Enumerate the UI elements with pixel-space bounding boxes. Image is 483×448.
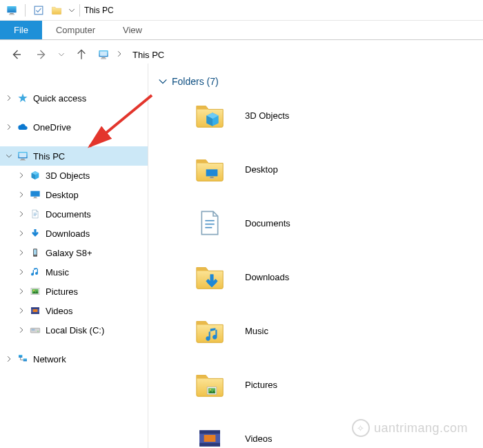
- section-header-folders[interactable]: Folders (7): [158, 76, 483, 87]
- ribbon-tab-file[interactable]: File: [0, 21, 42, 39]
- chevron-down-icon: [158, 77, 168, 86]
- drive-icon: [29, 324, 41, 336]
- tree-label: Quick access: [33, 93, 86, 104]
- chevron-right-icon[interactable]: [17, 190, 26, 199]
- desktop-icon: [29, 188, 41, 201]
- chevron-right-icon[interactable]: [4, 122, 14, 132]
- tree-item-this-pc[interactable]: This PC: [0, 146, 148, 166]
- navigation-tree: Quick access OneDrive This PC 3D Objects: [0, 64, 148, 448]
- nav-forward-button[interactable]: [32, 45, 51, 64]
- qat-btn-new-folder[interactable]: [49, 3, 64, 18]
- tree-item-videos[interactable]: Videos: [0, 301, 148, 320]
- ribbon-tab-computer[interactable]: Computer: [42, 21, 109, 39]
- chevron-down-icon[interactable]: [4, 151, 14, 161]
- folders-list: 3D Objects Desktop Documents: [158, 98, 483, 448]
- chevron-right-icon[interactable]: [17, 209, 26, 219]
- qat-btn-properties[interactable]: [31, 3, 46, 18]
- folder-documents[interactable]: Documents: [193, 206, 483, 240]
- tree-label: Videos: [46, 306, 73, 316]
- tree-label: Desktop: [46, 190, 79, 200]
- title-separator: [79, 4, 80, 17]
- chevron-right-icon[interactable]: [17, 171, 26, 180]
- qat-separator: [25, 4, 26, 17]
- tree-label: Pictures: [46, 286, 78, 297]
- breadcrumb-chevron-icon[interactable]: [116, 50, 126, 59]
- folder-icon: [193, 98, 227, 133]
- folder-icon: [193, 152, 227, 186]
- navigation-bar: This PC: [0, 40, 483, 64]
- tree-label: Music: [46, 267, 69, 277]
- chevron-right-icon[interactable]: [4, 93, 14, 103]
- network-icon: [17, 353, 29, 365]
- video-icon: [193, 421, 227, 448]
- chevron-right-icon[interactable]: [17, 286, 26, 296]
- chevron-right-icon[interactable]: [17, 228, 26, 238]
- quick-access-toolbar: [0, 3, 77, 18]
- body: Quick access OneDrive This PC 3D Objects: [0, 64, 483, 448]
- tree-label: Local Disk (C:): [46, 325, 104, 335]
- titlebar: This PC: [0, 0, 483, 21]
- tree-item-local-disk[interactable]: Local Disk (C:): [0, 320, 148, 340]
- chevron-right-icon[interactable]: [17, 267, 26, 277]
- tree-item-3d-objects[interactable]: 3D Objects: [0, 166, 148, 185]
- document-icon: [29, 208, 41, 220]
- watermark-icon: ✧: [352, 419, 370, 437]
- tree-label: Downloads: [46, 228, 90, 239]
- chevron-right-icon[interactable]: [4, 354, 14, 364]
- watermark-text: uantrimang.com: [374, 421, 468, 436]
- folder-label: Pictures: [245, 380, 277, 390]
- chevron-right-icon[interactable]: [17, 306, 26, 315]
- folder-desktop[interactable]: Desktop: [193, 152, 483, 186]
- qat-btn-pc-icon[interactable]: [4, 3, 19, 18]
- tree-item-music[interactable]: Music: [0, 262, 148, 282]
- nav-back-button[interactable]: [7, 45, 26, 64]
- download-icon: [29, 227, 41, 240]
- tree-item-galaxy[interactable]: Galaxy S8+: [0, 243, 148, 262]
- nav-up-button[interactable]: [72, 45, 91, 64]
- tree-label: OneDrive: [33, 122, 71, 133]
- tree-label: This PC: [33, 151, 65, 162]
- folder-label: Downloads: [245, 272, 289, 282]
- folder-downloads[interactable]: Downloads: [193, 260, 483, 294]
- phone-icon: [29, 246, 41, 259]
- cloud-icon: [17, 121, 29, 133]
- tree-item-onedrive[interactable]: OneDrive: [0, 117, 148, 137]
- breadcrumb-location[interactable]: This PC: [131, 50, 164, 60]
- section-title: Folders (7): [172, 76, 219, 87]
- folder-label: Videos: [245, 434, 273, 444]
- tree-item-documents[interactable]: Documents: [0, 204, 148, 224]
- tree-item-downloads[interactable]: Downloads: [0, 224, 148, 243]
- star-icon: [17, 92, 29, 104]
- picture-icon: [29, 285, 41, 298]
- folder-label: Documents: [245, 218, 290, 228]
- monitor-icon: [17, 150, 29, 162]
- folder-icon: [193, 260, 227, 294]
- folder-label: Music: [245, 326, 268, 336]
- folder-pictures[interactable]: Pictures: [193, 367, 483, 402]
- ribbon: File Computer View: [0, 21, 483, 40]
- window-title: This PC: [83, 6, 114, 15]
- folder-music[interactable]: Music: [193, 313, 483, 348]
- qat-dropdown[interactable]: [67, 3, 77, 18]
- tree-label: Network: [33, 354, 66, 364]
- chevron-right-icon[interactable]: [17, 248, 26, 257]
- main-pane: Folders (7) 3D Objects Desktop: [148, 64, 483, 448]
- chevron-right-icon[interactable]: [17, 325, 26, 335]
- tree-item-quick-access[interactable]: Quick access: [0, 88, 148, 108]
- watermark: ✧ uantrimang.com: [352, 419, 468, 437]
- ribbon-tab-view[interactable]: View: [109, 21, 156, 39]
- nav-recent-dropdown[interactable]: [57, 45, 66, 64]
- address-pc-icon[interactable]: [97, 49, 110, 60]
- document-icon: [193, 206, 227, 240]
- tree-item-pictures[interactable]: Pictures: [0, 282, 148, 301]
- folder-3d-objects[interactable]: 3D Objects: [193, 98, 483, 133]
- tree-item-network[interactable]: Network: [0, 349, 148, 369]
- folder-icon: [193, 313, 227, 348]
- music-icon: [29, 266, 41, 278]
- tree-label: Galaxy S8+: [46, 248, 92, 258]
- folder-label: 3D Objects: [245, 110, 289, 121]
- 3d-objects-icon: [29, 169, 41, 182]
- video-icon: [29, 304, 41, 317]
- folder-icon: [193, 367, 227, 402]
- tree-item-desktop[interactable]: Desktop: [0, 185, 148, 204]
